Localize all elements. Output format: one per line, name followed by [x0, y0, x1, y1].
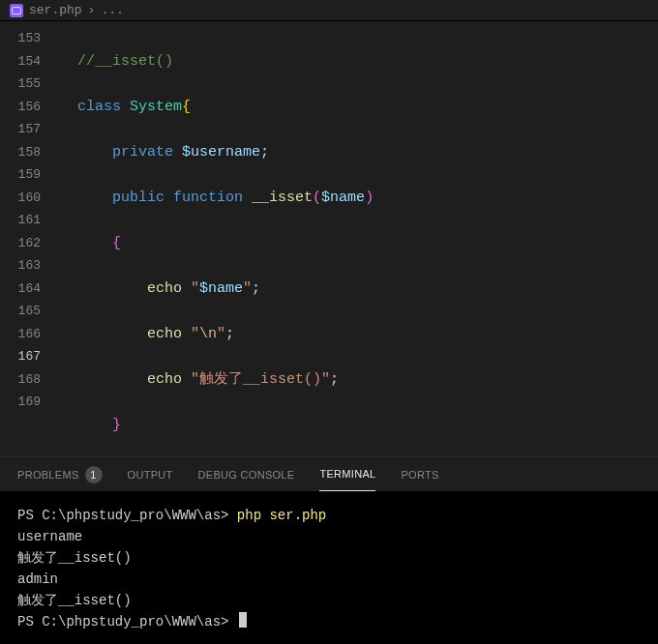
terminal-output-line: username — [17, 529, 82, 544]
breadcrumb-filename[interactable]: ser.php — [29, 3, 82, 17]
code-area[interactable]: //__isset() class System{ private $usern… — [58, 21, 658, 456]
line-number: 154 — [0, 50, 58, 73]
terminal-prompt: PS C:\phpstudy_pro\WWW\as> — [17, 614, 237, 629]
kw-function: function — [173, 190, 243, 206]
php-file-icon — [10, 4, 23, 17]
tab-terminal[interactable]: TERMINAL — [319, 457, 375, 491]
code-comment: //__isset() — [77, 53, 173, 70]
line-number: 167 — [0, 345, 58, 368]
kw-private: private — [112, 144, 173, 161]
str-name-body: $name — [199, 280, 243, 297]
line-number: 162 — [0, 232, 58, 255]
tab-debug-console[interactable]: DEBUG CONSOLE — [198, 457, 295, 491]
str-q: " — [217, 326, 225, 342]
line-number: 163 — [0, 254, 58, 278]
line-number: 155 — [0, 73, 58, 96]
panel-tab-bar: PROBLEMS 1 OUTPUT DEBUG CONSOLE TERMINAL… — [0, 457, 658, 491]
tab-ports[interactable]: PORTS — [401, 457, 438, 491]
fn-echo: echo — [147, 280, 182, 297]
bottom-panel: PROBLEMS 1 OUTPUT DEBUG CONSOLE TERMINAL… — [0, 456, 658, 644]
tab-debug-label: DEBUG CONSOLE — [198, 469, 295, 481]
line-number: 168 — [0, 368, 58, 392]
class-name: System — [130, 99, 182, 115]
tab-problems-label: PROBLEMS — [17, 469, 79, 481]
terminal-output-line: admin — [17, 571, 58, 587]
terminal-view[interactable]: PS C:\phpstudy_pro\WWW\as> php ser.php u… — [0, 491, 658, 644]
terminal-cursor-icon — [239, 612, 247, 628]
str-q: " — [321, 371, 330, 388]
var-username: $username — [182, 144, 260, 161]
line-number: 169 — [0, 391, 58, 414]
fn-echo: echo — [147, 326, 182, 342]
tab-output-label: OUTPUT — [128, 469, 173, 481]
breadcrumb: ser.php › ... — [0, 0, 658, 21]
param-name: $name — [321, 190, 365, 206]
line-number: 160 — [0, 187, 58, 210]
breadcrumb-rest[interactable]: ... — [101, 3, 123, 17]
line-number: 165 — [0, 300, 58, 323]
code-editor[interactable]: 1531541551561571581591601611621631641651… — [0, 21, 658, 456]
line-number: 156 — [0, 96, 58, 119]
terminal-output-line: 触发了__isset() — [17, 550, 132, 566]
str-q: " — [191, 371, 199, 388]
line-number: 158 — [0, 141, 58, 164]
fn-isset-magic: __isset — [252, 190, 313, 206]
fn-echo: echo — [147, 371, 182, 388]
line-number: 164 — [0, 278, 58, 301]
breadcrumb-sep-icon: › — [88, 3, 96, 17]
line-number: 153 — [0, 27, 58, 50]
line-number-gutter: 1531541551561571581591601611621631641651… — [0, 21, 58, 456]
str-trigger: 触发了__isset() — [199, 371, 321, 388]
tab-problems[interactable]: PROBLEMS 1 — [17, 457, 103, 491]
tab-ports-label: PORTS — [401, 469, 438, 481]
terminal-output-line: 触发了__isset() — [17, 593, 132, 608]
terminal-command: php ser.php — [237, 508, 326, 523]
line-number: 157 — [0, 118, 58, 141]
kw-class: class — [77, 99, 121, 115]
str-esc: \n — [199, 326, 217, 342]
line-number: 166 — [0, 323, 58, 346]
line-number: 161 — [0, 209, 58, 232]
terminal-prompt: PS C:\phpstudy_pro\WWW\as> — [17, 508, 237, 523]
line-number: 159 — [0, 163, 58, 187]
kw-public: public — [112, 190, 164, 206]
str-q: " — [243, 280, 252, 297]
problems-count-badge: 1 — [85, 466, 103, 483]
tab-output[interactable]: OUTPUT — [128, 457, 173, 491]
str-q: " — [191, 326, 199, 342]
tab-terminal-label: TERMINAL — [319, 468, 375, 480]
str-q: " — [191, 280, 199, 297]
